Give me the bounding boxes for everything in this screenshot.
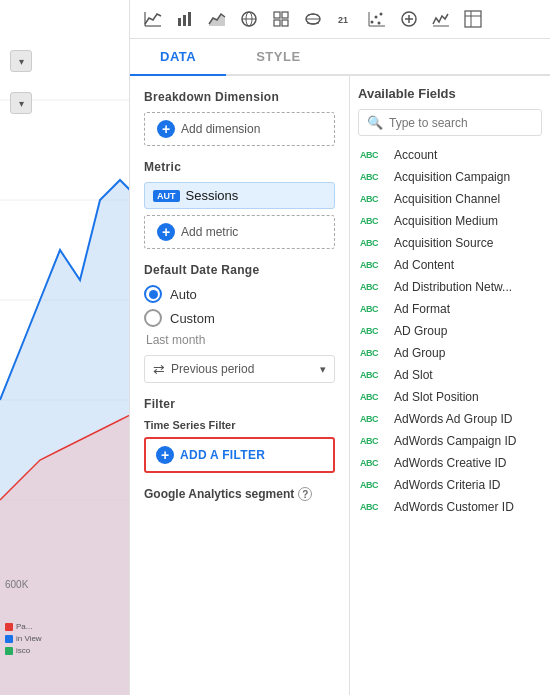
add-dimension-plus-icon: + bbox=[157, 120, 175, 138]
field-item[interactable]: ABCAd Distribution Netw... bbox=[358, 276, 542, 298]
field-item[interactable]: ABCAcquisition Campaign bbox=[358, 166, 542, 188]
legend-item-1: Pa... bbox=[5, 622, 42, 631]
legend-item-3: isco bbox=[5, 646, 42, 655]
field-item[interactable]: ABCAd Slot bbox=[358, 364, 542, 386]
svg-rect-7 bbox=[178, 18, 181, 26]
add-metric-button[interactable]: + Add metric bbox=[144, 215, 335, 249]
config-panel: Breakdown Dimension + Add dimension Metr… bbox=[130, 76, 350, 695]
auto-radio-item[interactable]: Auto bbox=[144, 285, 335, 303]
ga-segment-label: Google Analytics segment bbox=[144, 487, 294, 501]
field-item[interactable]: ABCAcquisition Source bbox=[358, 232, 542, 254]
abc-badge: ABC bbox=[360, 348, 388, 358]
add-filter-button[interactable]: + ADD A FILTER bbox=[144, 437, 335, 473]
add-metric-label: Add metric bbox=[181, 225, 238, 239]
available-fields-panel: Available Fields 🔍 ABCAccountABCAcquisit… bbox=[350, 76, 550, 695]
field-name: Account bbox=[394, 148, 437, 162]
add-dimension-button[interactable]: + Add dimension bbox=[144, 112, 335, 146]
search-box[interactable]: 🔍 bbox=[358, 109, 542, 136]
custom-radio-button[interactable] bbox=[144, 309, 162, 327]
metric-item-sessions[interactable]: AUT Sessions bbox=[144, 182, 335, 209]
ts-filter-label: Time Series Filter bbox=[144, 419, 335, 431]
sparkline-icon[interactable] bbox=[428, 8, 454, 30]
field-item[interactable]: ABCAd Group bbox=[358, 342, 542, 364]
area-chart-icon[interactable] bbox=[204, 8, 230, 30]
field-item[interactable]: ABCAd Content bbox=[358, 254, 542, 276]
add-metric-plus-icon: + bbox=[157, 223, 175, 241]
auto-radio-dot bbox=[149, 290, 158, 299]
date-range-radio-group: Auto Custom bbox=[144, 285, 335, 327]
field-item[interactable]: ABCAD Group bbox=[358, 320, 542, 342]
metric-section-title: Metric bbox=[144, 160, 335, 174]
globe-icon[interactable] bbox=[236, 8, 262, 30]
available-fields-title: Available Fields bbox=[358, 86, 542, 101]
field-item[interactable]: ABCAd Format bbox=[358, 298, 542, 320]
search-icon: 🔍 bbox=[367, 115, 383, 130]
svg-text:21: 21 bbox=[338, 15, 348, 25]
tab-data[interactable]: DATA bbox=[130, 39, 226, 76]
abc-badge: ABC bbox=[360, 392, 388, 402]
left-sidebar: ▾ ▾ 600K Pa... in View isco bbox=[0, 0, 130, 695]
legend-item-2: in View bbox=[5, 634, 42, 643]
sidebar-button-1[interactable]: ▾ bbox=[10, 50, 32, 72]
svg-rect-16 bbox=[282, 20, 288, 26]
ga-segment-section: Google Analytics segment ? bbox=[144, 487, 335, 501]
abc-badge: ABC bbox=[360, 326, 388, 336]
field-name: Ad Slot Position bbox=[394, 390, 479, 404]
number-chart-icon[interactable]: 21 bbox=[332, 8, 358, 30]
field-item[interactable]: ABCAdWords Ad Group ID bbox=[358, 408, 542, 430]
abc-badge: ABC bbox=[360, 480, 388, 490]
sidebar-button-2[interactable]: ▾ bbox=[10, 92, 32, 114]
line-chart-icon[interactable] bbox=[140, 8, 166, 30]
field-item[interactable]: ABCAcquisition Channel bbox=[358, 188, 542, 210]
auto-radio-button[interactable] bbox=[144, 285, 162, 303]
y-axis-label: 600K bbox=[5, 579, 28, 590]
field-name: Ad Group bbox=[394, 346, 445, 360]
add-dimension-label: Add dimension bbox=[181, 122, 260, 136]
abc-badge: ABC bbox=[360, 260, 388, 270]
abc-badge: ABC bbox=[360, 172, 388, 182]
chevron-down-icon: ▾ bbox=[320, 363, 326, 376]
field-name: Ad Format bbox=[394, 302, 450, 316]
field-name: AD Group bbox=[394, 324, 447, 338]
custom-radio-item[interactable]: Custom bbox=[144, 309, 335, 327]
bar-chart-icon[interactable] bbox=[172, 8, 198, 30]
date-range-section: Default Date Range Auto Custom Last mont… bbox=[144, 263, 335, 383]
field-name: Acquisition Source bbox=[394, 236, 493, 250]
abc-badge: ABC bbox=[360, 216, 388, 226]
field-item[interactable]: ABCAdWords Campaign ID bbox=[358, 430, 542, 452]
search-input[interactable] bbox=[389, 116, 533, 130]
pivot-table-icon[interactable] bbox=[460, 8, 486, 30]
comparison-dropdown[interactable]: ⇄ Previous period ▾ bbox=[144, 355, 335, 383]
help-icon[interactable]: ? bbox=[298, 487, 312, 501]
tab-style[interactable]: STYLE bbox=[226, 39, 330, 74]
abc-badge: ABC bbox=[360, 458, 388, 468]
world-map-icon[interactable] bbox=[300, 8, 326, 30]
field-name: AdWords Criteria ID bbox=[394, 478, 500, 492]
last-month-label: Last month bbox=[146, 333, 335, 347]
abc-badge: ABC bbox=[360, 414, 388, 424]
svg-rect-30 bbox=[465, 11, 481, 27]
bullet-chart-icon[interactable] bbox=[396, 8, 422, 30]
chart-preview-area: ▾ ▾ 600K Pa... in View isco bbox=[0, 0, 129, 695]
svg-rect-14 bbox=[282, 12, 288, 18]
filter-section-title: Filter bbox=[144, 397, 335, 411]
grid-icon[interactable] bbox=[268, 8, 294, 30]
field-name: Ad Slot bbox=[394, 368, 433, 382]
abc-badge: ABC bbox=[360, 194, 388, 204]
add-filter-label: ADD A FILTER bbox=[180, 448, 265, 462]
field-item[interactable]: ABCAccount bbox=[358, 144, 542, 166]
panel-tabs: DATA STYLE bbox=[130, 39, 550, 76]
field-item[interactable]: ABCAcquisition Medium bbox=[358, 210, 542, 232]
field-item[interactable]: ABCAdWords Criteria ID bbox=[358, 474, 542, 496]
abc-badge: ABC bbox=[360, 238, 388, 248]
breakdown-section-title: Breakdown Dimension bbox=[144, 90, 335, 104]
scatter-chart-icon[interactable] bbox=[364, 8, 390, 30]
svg-rect-13 bbox=[274, 12, 280, 18]
field-name: AdWords Creative ID bbox=[394, 456, 506, 470]
field-item[interactable]: ABCAd Slot Position bbox=[358, 386, 542, 408]
content-area: Breakdown Dimension + Add dimension Metr… bbox=[130, 76, 550, 695]
svg-point-23 bbox=[378, 22, 381, 25]
svg-point-22 bbox=[380, 13, 383, 16]
field-item[interactable]: ABCAdWords Customer ID bbox=[358, 496, 542, 518]
field-item[interactable]: ABCAdWords Creative ID bbox=[358, 452, 542, 474]
